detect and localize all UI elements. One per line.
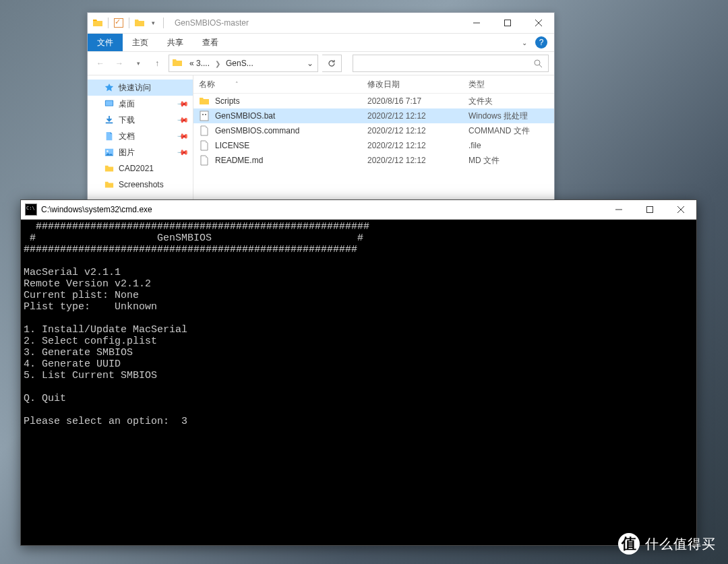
nav-item-fold[interactable]: CAD2021: [88, 160, 193, 177]
file-date: 2020/2/12 12:12: [367, 141, 468, 150]
nav-item-label: 下载: [119, 115, 135, 126]
nav-item-fold[interactable]: Screenshots: [88, 177, 193, 193]
back-button[interactable]: ←: [93, 56, 108, 71]
tab-view[interactable]: 查看: [193, 34, 228, 51]
file-date: 2020/8/16 7:17: [367, 96, 468, 106]
help-icon[interactable]: ?: [535, 36, 547, 49]
search-icon: [534, 59, 543, 68]
file-type: 文件夹: [468, 96, 554, 107]
address-bar[interactable]: « 3.... ❯ GenS... ⌄: [169, 55, 318, 72]
address-bar-row: ← → ▾ ↑ « 3.... ❯ GenS... ⌄: [88, 52, 554, 75]
file-icon: [199, 111, 210, 121]
maximize-button[interactable]: [634, 200, 665, 219]
recent-locations-button[interactable]: ▾: [131, 56, 146, 71]
cmd-title-text: C:\windows\system32\cmd.exe: [41, 205, 152, 214]
file-name: LICENSE: [215, 141, 249, 150]
folder-icon: [172, 57, 183, 70]
tab-home[interactable]: 主页: [123, 34, 158, 51]
minimize-button[interactable]: [603, 200, 634, 219]
folder-icon[interactable]: [133, 17, 146, 29]
file-type: MD 文件: [468, 155, 554, 166]
watermark: 值 什么值得买: [618, 533, 716, 555]
quick-access-toolbar: ▾: [88, 17, 171, 29]
fold-icon: [104, 179, 115, 190]
sort-indicator-icon: ˄: [235, 81, 239, 88]
svg-point-1: [535, 60, 540, 65]
file-row[interactable]: Scripts2020/8/16 7:17文件夹: [193, 94, 554, 108]
separator: [129, 18, 129, 28]
column-header-date[interactable]: 修改日期: [367, 79, 468, 90]
column-header-type[interactable]: 类型: [468, 79, 554, 90]
search-input[interactable]: [353, 55, 549, 72]
window-title: GenSMBIOS-master: [175, 18, 249, 28]
file-type: .file: [468, 141, 554, 150]
up-button[interactable]: ↑: [150, 56, 164, 71]
desk-icon: [104, 98, 115, 109]
tab-share[interactable]: 共享: [158, 34, 193, 51]
svg-point-6: [107, 150, 109, 152]
file-row[interactable]: README.md2020/2/12 12:12MD 文件: [193, 153, 554, 168]
chevron-down-icon[interactable]: ▾: [147, 17, 159, 29]
nav-item-label: 桌面: [119, 98, 135, 110]
column-headers: 名称 ˄ 修改日期 类型: [193, 75, 554, 94]
file-row[interactable]: LICENSE2020/2/12 12:12.file: [193, 138, 554, 153]
forward-button[interactable]: →: [112, 56, 127, 71]
column-header-name[interactable]: 名称 ˄: [199, 79, 367, 90]
file-type: COMMAND 文件: [468, 125, 554, 137]
file-name: README.md: [215, 156, 263, 165]
breadcrumb-segment[interactable]: GenS...: [222, 59, 257, 68]
svg-rect-7: [200, 111, 208, 121]
nav-item-label: 快速访问: [119, 82, 151, 94]
cmd-output[interactable]: ########################################…: [21, 220, 696, 545]
refresh-button[interactable]: [322, 55, 342, 72]
checkbox-icon[interactable]: [113, 17, 125, 29]
star-icon: [104, 82, 115, 93]
close-button[interactable]: [523, 13, 554, 33]
pin-icon: 📌: [176, 113, 189, 126]
file-date: 2020/2/12 12:12: [367, 111, 468, 121]
maximize-button[interactable]: [492, 13, 523, 33]
svg-rect-0: [505, 20, 511, 26]
file-date: 2020/2/12 12:12: [367, 126, 468, 135]
svg-rect-4: [106, 123, 113, 124]
chevron-right-icon[interactable]: ❯: [214, 60, 222, 67]
file-row[interactable]: GenSMBIOS.command2020/2/12 12:12COMMAND …: [193, 123, 554, 138]
nav-item-label: 文档: [119, 131, 135, 142]
pin-icon: 📌: [176, 129, 189, 142]
file-type: Windows 批处理: [468, 111, 554, 122]
nav-item-pic[interactable]: 图片📌: [88, 144, 193, 160]
cmd-icon: [25, 203, 37, 216]
nav-item-label: Screenshots: [119, 180, 164, 189]
file-icon: [199, 155, 210, 166]
nav-item-desk[interactable]: 桌面📌: [88, 96, 193, 112]
svg-point-9: [205, 114, 206, 115]
nav-item-dl[interactable]: 下载📌: [88, 112, 193, 128]
file-icon: [199, 140, 210, 151]
minimize-button[interactable]: [461, 13, 492, 33]
separator: [108, 18, 109, 28]
folder-icon: [92, 17, 104, 29]
nav-item-label: CAD2021: [119, 164, 154, 173]
breadcrumb-segment[interactable]: « 3....: [185, 59, 214, 68]
tab-file[interactable]: 文件: [88, 34, 123, 51]
pin-icon: 📌: [176, 146, 189, 158]
file-row[interactable]: GenSMBIOS.bat2020/2/12 12:12Windows 批处理: [193, 108, 554, 123]
pin-icon: 📌: [176, 97, 189, 110]
pic-icon: [104, 147, 115, 158]
close-button[interactable]: [665, 200, 696, 219]
watermark-text: 什么值得买: [645, 535, 716, 553]
file-name: GenSMBIOS.command: [215, 126, 299, 135]
column-label: 名称: [199, 79, 215, 90]
chevron-down-icon[interactable]: ⌄: [303, 59, 317, 68]
svg-rect-10: [647, 207, 653, 213]
watermark-logo-icon: 值: [618, 533, 640, 555]
file-date: 2020/2/12 12:12: [367, 156, 468, 165]
file-icon: [199, 125, 210, 136]
explorer-titlebar: ▾ GenSMBIOS-master: [88, 13, 554, 34]
nav-item-star[interactable]: 快速访问: [88, 80, 193, 96]
window-controls: [461, 13, 554, 33]
file-icon: [199, 96, 210, 106]
ribbon-collapse-icon[interactable]: ⌄: [516, 39, 533, 46]
nav-item-doc[interactable]: 文档📌: [88, 128, 193, 144]
svg-point-8: [202, 114, 204, 115]
